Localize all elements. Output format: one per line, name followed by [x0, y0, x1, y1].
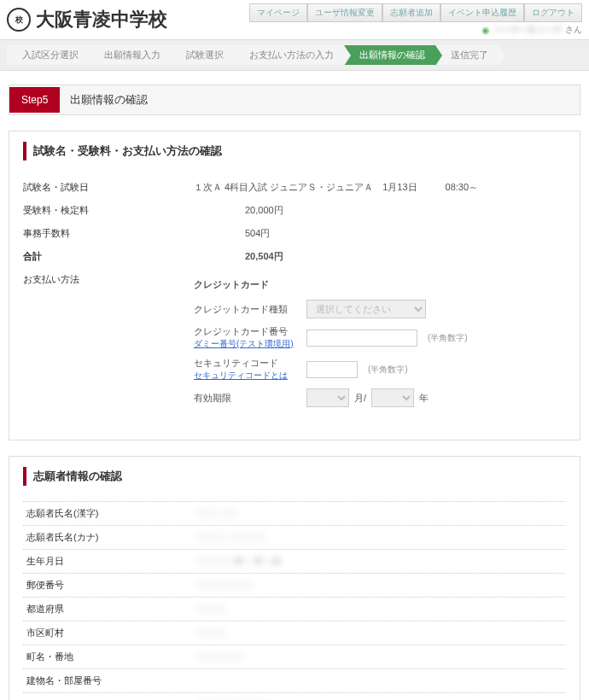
applicant-row: 生年月日〇〇〇〇年〇月〇日: [23, 549, 566, 573]
applicant-row-value: 〇〇〇: [197, 603, 563, 615]
charge-value: 504円: [194, 227, 566, 240]
applicant-row-value: 〇〇〇: [197, 627, 563, 639]
expiry-month-suffix: 月/: [354, 392, 366, 405]
applicant-row: 町名・番地〇〇〇〇〇: [23, 645, 566, 668]
row-payment: お支払い方法 クレジットカード クレジットカード種類 選択してください クレジッ…: [23, 268, 566, 419]
school-name: 大阪青凌中学校: [36, 7, 167, 32]
crumb-5[interactable]: 送信完了: [435, 45, 499, 65]
row-fee: 受験料・検定料 20,000円: [23, 199, 566, 222]
applicant-row: 電話番号〇〇〇〇〇〇〇〇: [23, 692, 566, 700]
row-total: 合計 20,504円: [23, 245, 566, 268]
sec-link[interactable]: セキュリティコードとは: [194, 370, 288, 380]
header-right: マイページ ユーザ情報変更 志願者追加 イベント申込履歴 ログアウト ◉ ユーザ…: [249, 3, 582, 36]
exam-value: １次Ａ 4科目入試 ジュニアＳ・ジュニアＡ 1月13日 08:30～: [194, 181, 566, 194]
applicant-row: 志願者氏名(カナ)〇〇〇 〇〇〇〇: [23, 525, 566, 549]
cc-num-hint: (半角数字): [428, 332, 468, 344]
pay-label: お支払い方法: [23, 273, 194, 286]
cc-type-select[interactable]: 選択してください: [306, 300, 426, 318]
applicant-panel: 志願者情報の確認 志願者氏名(漢字)〇〇 〇〇志願者氏名(カナ)〇〇〇 〇〇〇〇…: [9, 456, 580, 700]
fee-value: 20,000円: [194, 204, 566, 217]
user-icon: ◉: [481, 25, 490, 36]
applicant-title: 志願者情報の確認: [23, 467, 566, 486]
fee-label: 受験料・検定料: [23, 204, 194, 217]
applicant-row-label: 生年月日: [26, 555, 197, 568]
user-name: ユーザー名ユーザ: [493, 24, 562, 36]
sec-label: セキュリティコード セキュリティコードとは: [194, 357, 296, 382]
total-value: 20,504円: [194, 250, 566, 263]
applicant-row: 都道府県〇〇〇: [23, 597, 566, 621]
breadcrumb: 入試区分選択 出願情報入力 試験選択 お支払い方法の入力 出願情報の確認 送信完…: [0, 39, 589, 71]
applicant-row-value: 〇〇 〇〇: [197, 507, 563, 520]
header-left: 校 大阪青凌中学校: [7, 7, 167, 32]
cc-num-label: クレジットカード番号 ダミー番号(テスト環境用): [194, 325, 296, 350]
applicant-row-value: 〇〇〇〇〇〇: [197, 579, 563, 592]
pay-header: クレジットカード: [194, 278, 566, 291]
expiry-year-suffix: 年: [419, 392, 429, 405]
cc-num-row: クレジットカード番号 ダミー番号(テスト環境用) (半角数字): [194, 325, 566, 350]
row-charge: 事務手数料 504円: [23, 222, 566, 245]
cc-dummy-link[interactable]: ダミー番号(テスト環境用): [194, 339, 294, 348]
nav-buttons: マイページ ユーザ情報変更 志願者追加 イベント申込履歴 ログアウト: [249, 3, 582, 22]
applicant-row: 建物名・部屋番号: [23, 668, 566, 692]
user-line: ◉ ユーザー名ユーザ さん: [481, 24, 582, 36]
total-label: 合計: [23, 250, 194, 263]
applicant-row: 市区町村〇〇〇: [23, 621, 566, 645]
step-title: 出願情報の確認: [60, 85, 580, 114]
sec-input[interactable]: [306, 361, 358, 378]
expiry-year-select[interactable]: [371, 388, 414, 407]
exam-label: 試験名・試験日: [23, 181, 194, 194]
nav-logout[interactable]: ログアウト: [524, 3, 582, 22]
step-label: Step5: [9, 87, 60, 113]
charge-label: 事務手数料: [23, 227, 194, 240]
nav-mypage[interactable]: マイページ: [249, 3, 307, 22]
applicant-row-label: 志願者氏名(漢字): [26, 507, 197, 520]
user-suffix: さん: [565, 24, 582, 36]
step-bar: Step5 出願情報の確認: [9, 85, 580, 115]
cc-type-row: クレジットカード種類 選択してください: [194, 300, 566, 318]
expiry-row: 有効期限 月/ 年: [194, 388, 566, 407]
expiry-month-select[interactable]: [306, 388, 349, 407]
applicant-row: 志願者氏名(漢字)〇〇 〇〇: [23, 501, 566, 525]
applicant-row-label: 市区町村: [26, 627, 197, 639]
applicant-row-label: 町名・番地: [26, 650, 197, 663]
applicant-row: 郵便番号〇〇〇〇〇〇: [23, 573, 566, 597]
applicant-row-label: 郵便番号: [26, 579, 197, 592]
row-exam: 試験名・試験日 １次Ａ 4科目入試 ジュニアＳ・ジュニアＡ 1月13日 08:3…: [23, 176, 566, 199]
crumb-1[interactable]: 出願情報入力: [89, 45, 171, 65]
pay-block: クレジットカード クレジットカード種類 選択してください クレジットカード番号 …: [194, 273, 566, 414]
nav-addapplicant[interactable]: 志願者追加: [382, 3, 440, 22]
sec-row: セキュリティコード セキュリティコードとは (半角数字): [194, 357, 566, 382]
applicant-row-label: 志願者氏名(カナ): [26, 531, 197, 544]
header: 校 大阪青凌中学校 マイページ ユーザ情報変更 志願者追加 イベント申込履歴 ロ…: [0, 0, 589, 39]
applicant-row-value: [197, 674, 563, 687]
applicant-row-label: 都道府県: [26, 603, 197, 615]
crumb-4[interactable]: 出願情報の確認: [344, 45, 435, 65]
nav-eventhistory[interactable]: イベント申込履歴: [440, 3, 524, 22]
confirm-title: 試験名・受験料・お支払い方法の確認: [23, 142, 566, 160]
crumb-0[interactable]: 入試区分選択: [7, 45, 89, 65]
applicant-row-value: 〇〇〇 〇〇〇〇: [197, 531, 563, 544]
confirm-panel: 試験名・受験料・お支払い方法の確認 試験名・試験日 １次Ａ 4科目入試 ジュニア…: [9, 131, 580, 440]
crumb-3[interactable]: お支払い方法の入力: [234, 45, 344, 65]
expiry-label: 有効期限: [194, 392, 296, 405]
applicant-row-value: 〇〇〇〇年〇月〇日: [197, 555, 563, 568]
cc-num-label-text: クレジットカード番号: [194, 325, 296, 338]
sec-hint: (半角数字): [368, 364, 408, 376]
nav-userinfo[interactable]: ユーザ情報変更: [307, 3, 382, 22]
cc-type-label: クレジットカード種類: [194, 303, 296, 316]
crumb-2[interactable]: 試験選択: [171, 45, 234, 65]
cc-num-input[interactable]: [306, 330, 417, 347]
applicant-row-label: 建物名・部屋番号: [26, 674, 197, 687]
applicant-row-value: 〇〇〇〇〇: [197, 650, 563, 663]
school-logo-icon: 校: [7, 8, 31, 32]
sec-label-text: セキュリティコード: [194, 357, 296, 370]
